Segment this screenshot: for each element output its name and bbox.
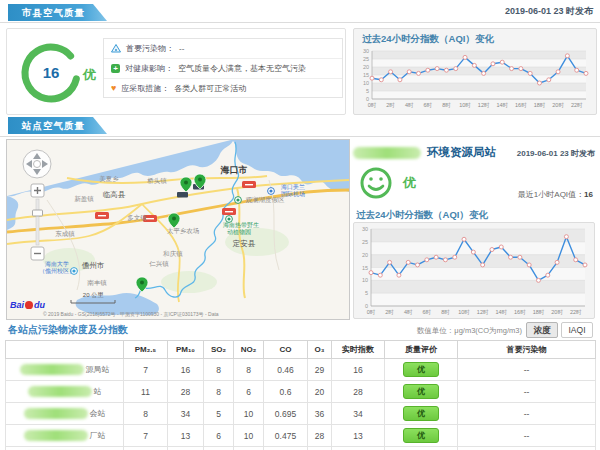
chart-data-point [565, 54, 569, 58]
station-name-cell: 场站 [6, 447, 124, 450]
pollutant-value-cell: 8 [234, 359, 264, 381]
compass-center[interactable] [34, 161, 41, 168]
info-value: 空气质量令人满意，基本无空气污染 [178, 63, 306, 74]
chart-data-point [425, 258, 429, 262]
svg-text:16时: 16时 [515, 102, 527, 108]
station-name: 环境资源局站 [427, 145, 496, 160]
pollutant-value-cell: 13 [168, 425, 204, 447]
quality-badge[interactable]: 优 [403, 362, 439, 377]
chart-data-point [417, 71, 421, 75]
measure-heart-icon: ♥ [111, 84, 116, 93]
svg-text:10: 10 [363, 80, 369, 86]
svg-text:5: 5 [365, 290, 368, 296]
pollutant-value-cell: 8 [204, 359, 234, 381]
station-name-suffix: 会站 [90, 409, 106, 418]
chart-data-point [481, 263, 485, 267]
pollutant-value-cell: 8 [124, 403, 168, 425]
chart-data-point [536, 278, 540, 282]
map-compass-control[interactable] [23, 150, 51, 178]
pollutant-value-cell: 0.181 [264, 447, 308, 450]
aqi-value: 16 [43, 64, 60, 81]
chart-data-point [584, 71, 588, 75]
station-name-cell: 站 [6, 381, 124, 403]
info-label: 对健康影响： [125, 63, 173, 74]
aqi-level: 优 [83, 66, 96, 84]
pollutant-value-cell: 16 [332, 359, 385, 381]
aqi-24h-line-chart: 0510152025300时2时4时6时8时10时12时14时16时18时20时… [356, 225, 590, 316]
quality-badge[interactable]: 优 [403, 428, 439, 443]
info-label: 应采取措施： [121, 83, 169, 94]
chart-data-point [509, 255, 513, 259]
quality-badge[interactable]: 优 [403, 384, 439, 399]
table-row: 会站8345100.6953634优-- [6, 403, 596, 425]
chart-data-point [443, 258, 447, 262]
chart-data-point [500, 60, 504, 64]
chart-data-point [435, 67, 439, 71]
chart-data-point [388, 260, 392, 264]
baidu-paw-icon [25, 301, 33, 309]
chart-data-point [426, 68, 430, 72]
map-place-label: 海南大学 [45, 260, 69, 267]
chart-data-point [397, 273, 401, 277]
baidu-logo: Baidu [10, 300, 45, 310]
scale-label: 20 公里 [83, 292, 104, 298]
baidu-map-canvas[interactable]: 海口市临高县儋州市定安县美夏乡新盈镇桥头镇多文镇东成镇和庆镇南丰镇仁兴镇太平乡农… [7, 140, 349, 319]
station-map[interactable]: 海口市临高县儋州市定安县美夏乡新盈镇桥头镇多文镇东成镇和庆镇南丰镇仁兴镇太平乡农… [6, 139, 350, 320]
pollutant-value-cell: 10 [234, 425, 264, 447]
map-greenery [161, 271, 217, 293]
pollutant-value-cell: 6 [204, 447, 234, 450]
pollutant-value-cell: 5 [204, 403, 234, 425]
primary-pollutant-cell: -- [458, 359, 596, 381]
chart-data-point [434, 255, 438, 259]
chart-data-point [518, 255, 522, 259]
divider [0, 136, 600, 137]
svg-text:14时: 14时 [495, 309, 507, 315]
map-place-label: 海南热带野生 [223, 222, 259, 229]
map-place-label: 动植物园 [227, 228, 251, 236]
zoom-slider-handle[interactable] [33, 210, 43, 216]
map-place-label: 儋州市 [82, 261, 105, 270]
pollutant-value-cell: 29 [308, 359, 332, 381]
svg-text:0时: 0时 [367, 309, 376, 315]
station-detail-panel: 环境资源局站 2019-06-01 23 时发布 优 最近1小时AQI值：16 … [353, 139, 595, 318]
chart-data-point [416, 263, 420, 267]
primary-pollutant-cell: -- [458, 447, 596, 450]
redacted-station-name [20, 364, 84, 375]
chart-data-point [472, 63, 476, 67]
svg-text:10时: 10时 [458, 309, 470, 315]
pollutant-table: PM₂.₅PM₁₀SO₂NO₂COO₃实时指数质量评价首要污染物 源局站7168… [5, 340, 596, 450]
chart-data-point [546, 273, 550, 277]
chart-data-point [462, 237, 466, 241]
chart-data-point [490, 248, 494, 252]
pollutant-value-cell: 10 [234, 403, 264, 425]
info-row-health: + 对健康影响： 空气质量令人满意，基本无空气污染 [104, 58, 342, 78]
primary-pollutant-cell: -- [458, 381, 596, 403]
chart-data-point [510, 67, 514, 71]
info-row-primary-pollutant: 首要污染物： -- [104, 39, 342, 58]
table-title: 各站点污染物浓度及分指数 [8, 323, 128, 337]
aqi-gauge: 16 [13, 31, 89, 113]
chart-data-point [378, 273, 382, 277]
pollutant-value-cell: 0.46 [264, 359, 308, 381]
pollutant-value-cell: 9 [124, 447, 168, 450]
zoom-slider-track[interactable] [36, 199, 39, 245]
pollutant-value-cell: 20 [308, 381, 332, 403]
svg-text:12时: 12时 [477, 309, 489, 315]
chart-data-point [453, 255, 457, 259]
chart-data-point [491, 62, 495, 66]
map-place-label: 美夏乡 [99, 175, 119, 183]
concentration-toggle-button[interactable]: 浓度 [526, 322, 558, 338]
quality-badge[interactable]: 优 [403, 406, 439, 421]
svg-text:20时: 20时 [552, 102, 564, 108]
chart-data-point [398, 78, 402, 82]
info-label: 首要污染物： [126, 43, 174, 54]
map-place-label: （儋州校区） [39, 267, 75, 275]
map-place-label: 海口市 [220, 165, 248, 175]
svg-text:10时: 10时 [459, 102, 471, 108]
chart-data-point [537, 81, 541, 85]
iaqi-toggle-button[interactable]: IAQI [561, 322, 593, 338]
station-aqi-chart-card: 0510152025300时2时4时6时8时10时12时14时16时18时20时… [353, 222, 595, 319]
station-air-quality-banner: 站点空气质量 [8, 117, 107, 134]
chart-title: 过去24小时分指数（AQI）变化 [356, 209, 488, 222]
svg-text:5: 5 [366, 88, 369, 94]
